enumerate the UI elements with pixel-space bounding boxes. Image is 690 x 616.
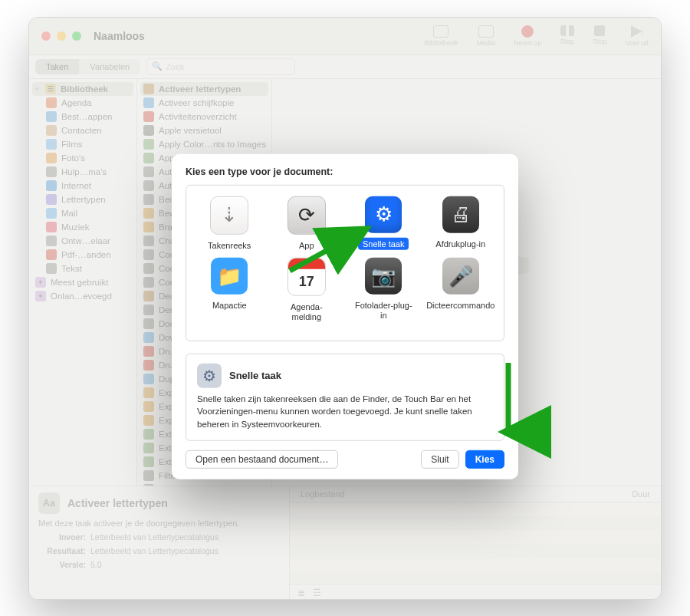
view-segmented-control: Taken Variabelen bbox=[35, 59, 140, 74]
sheet-heading: Kies een type voor je document: bbox=[186, 166, 504, 176]
sidebar-item-label: Hulp…ma's bbox=[61, 167, 107, 176]
info-description: Met deze taak activeer je de doorgegeven… bbox=[38, 519, 280, 528]
action-row[interactable]: Activeer lettertypen bbox=[140, 82, 268, 96]
sidebar-item[interactable]: Pdf-…anden bbox=[29, 248, 136, 262]
sidebar-item-label: Best…appen bbox=[61, 112, 113, 121]
log-col-log: Logbestand bbox=[301, 489, 345, 499]
window-title: Naamloos bbox=[94, 30, 145, 42]
sidebar-smart-group[interactable]: ✦Meest gebruikt bbox=[29, 275, 136, 289]
sidebar-item-label: Mail bbox=[61, 209, 77, 218]
calendar-icon: 17 bbox=[288, 258, 326, 296]
toolbar-library[interactable]: Bibliotheek bbox=[424, 25, 458, 47]
sidebar-item[interactable]: Lettertypen bbox=[29, 193, 136, 206]
sidebar-item-label: Agenda bbox=[61, 98, 92, 107]
template-detail-body: Snelle taken zijn takenreeksen die aan d… bbox=[197, 392, 493, 430]
workflow-icon: ⇣ bbox=[210, 196, 248, 234]
log-col-duration: Duur bbox=[632, 489, 650, 499]
action-row[interactable]: Activeer schijfkopie bbox=[137, 96, 271, 110]
choose-button[interactable]: Kies bbox=[465, 450, 504, 468]
microphone-icon: 🎤 bbox=[442, 258, 479, 295]
action-row[interactable]: Activiteitenoverzicht bbox=[137, 110, 271, 124]
list-view-icon[interactable]: ≣ bbox=[297, 588, 305, 598]
sidebar-item[interactable]: Ontw…elaar bbox=[29, 234, 136, 248]
document-type-sheet: Kies een type voor je document: ⇣ Takenr… bbox=[172, 153, 518, 479]
title-bar: Naamloos Bibliotheek Media Neem op Stap … bbox=[29, 18, 661, 55]
window-controls bbox=[41, 31, 81, 41]
sidebar-item-label: Muziek bbox=[61, 222, 89, 232]
sidebar-item-label: Films bbox=[61, 140, 82, 149]
app-icon: ⟳ bbox=[288, 196, 326, 234]
sub-toolbar: Taken Variabelen 🔍 Zoek bbox=[29, 55, 661, 79]
close-button[interactable]: Sluit bbox=[421, 450, 458, 468]
sidebar-item[interactable]: Agenda bbox=[29, 96, 136, 110]
sidebar-smart-group[interactable]: ✦Onlan…evoegd bbox=[29, 289, 136, 303]
toolbar-media[interactable]: Media bbox=[476, 25, 495, 47]
zoom-window-icon[interactable] bbox=[72, 31, 81, 41]
action-label: Apple versietool bbox=[159, 126, 222, 135]
action-label: Filter alinea's bbox=[159, 485, 210, 486]
action-label: Activeer lettertypen bbox=[159, 84, 241, 94]
sidebar-group-library[interactable]: ▾☰Bibliotheek bbox=[32, 82, 133, 96]
sidebar-item[interactable]: Mail bbox=[29, 206, 136, 220]
sidebar-item[interactable]: Internet bbox=[29, 179, 136, 193]
sidebar-item[interactable]: Foto's bbox=[29, 151, 136, 165]
search-icon: 🔍 bbox=[152, 61, 163, 71]
template-grid: ⇣ Takenreeks ⟳ App ⚙︎ Snelle taak 🖨 Afdr… bbox=[186, 184, 504, 341]
action-label: Apply Color…nts to Images bbox=[159, 140, 266, 149]
action-info-panel: Aa Activeer lettertypen Met deze taak ac… bbox=[29, 486, 290, 600]
log-body bbox=[290, 502, 661, 584]
gear-icon: ⚙︎ bbox=[365, 196, 402, 232]
camera-icon: 📷 bbox=[365, 258, 402, 295]
automator-window: { "window": { "title": "Naamloos" }, "to… bbox=[28, 17, 662, 600]
toolbar-stop[interactable]: Stop bbox=[593, 25, 607, 47]
toolbar-record[interactable]: Neem op bbox=[514, 25, 542, 47]
sidebar-item-label: Ontw…elaar bbox=[61, 236, 110, 245]
action-row[interactable]: Apply Color…nts to Images bbox=[137, 137, 271, 151]
tab-variables[interactable]: Variabelen bbox=[79, 59, 140, 74]
action-label: Activeer schijfkopie bbox=[159, 98, 234, 107]
info-field: Versie:5.0 bbox=[38, 560, 280, 569]
toolbar-actions: Bibliotheek Media Neem op Stap Stop Voer… bbox=[424, 25, 649, 47]
sidebar-item[interactable]: Best…appen bbox=[29, 110, 136, 124]
open-existing-button[interactable]: Open een bestaand document… bbox=[186, 450, 338, 468]
template-quick-action[interactable]: ⚙︎ Snelle taak bbox=[348, 196, 419, 252]
minimize-window-icon[interactable] bbox=[57, 31, 66, 41]
template-app[interactable]: ⟳ App bbox=[271, 196, 342, 252]
sidebar-item-label: Lettertypen bbox=[61, 195, 106, 204]
sidebar-item[interactable]: Films bbox=[29, 137, 136, 151]
sidebar-item[interactable]: Contacten bbox=[29, 124, 136, 137]
gear-icon: ⚙︎ bbox=[197, 363, 222, 387]
font-icon: Aa bbox=[38, 492, 60, 514]
flow-view-icon[interactable]: ☲ bbox=[313, 588, 321, 598]
sidebar-item-label: Tekst bbox=[61, 264, 82, 273]
sidebar-item[interactable]: Hulp…ma's bbox=[29, 165, 136, 179]
action-row[interactable]: Apple versietool bbox=[137, 124, 271, 137]
library-sidebar: ▾☰BibliotheekAgendaBest…appenContactenFi… bbox=[29, 79, 137, 486]
tab-tasks[interactable]: Taken bbox=[35, 59, 79, 74]
info-field: Invoer:Letterbeeld van Lettertypecatalog… bbox=[38, 532, 280, 542]
template-workflow[interactable]: ⇣ Takenreeks bbox=[194, 196, 264, 252]
sidebar-item-label: Foto's bbox=[61, 153, 85, 163]
template-calendar-alarm[interactable]: 17 Agenda-melding bbox=[271, 258, 342, 323]
toolbar-run[interactable]: Voer uit bbox=[625, 25, 649, 47]
template-detail-title: Snelle taak bbox=[229, 370, 281, 381]
log-header: Logbestand Duur bbox=[290, 486, 661, 502]
sidebar-item-label: Contacten bbox=[61, 126, 101, 135]
info-title: Activeer lettertypen bbox=[67, 497, 168, 509]
action-label: Activiteitenoverzicht bbox=[159, 112, 237, 121]
action-row[interactable]: Filter alinea's bbox=[137, 483, 271, 486]
template-description: ⚙︎ Snelle taak Snelle taken zijn takenre… bbox=[186, 353, 504, 440]
template-dictation[interactable]: 🎤 Dicteercommando bbox=[426, 258, 496, 323]
sidebar-item-label: Pdf-…anden bbox=[61, 250, 111, 259]
template-image-capture[interactable]: 📷 Fotolader-plug-in bbox=[348, 258, 419, 323]
template-folder-action[interactable]: 📁 Mapactie bbox=[194, 258, 264, 323]
info-field: Resultaat:Letterbeeld van Lettertypecata… bbox=[38, 546, 280, 555]
sidebar-item[interactable]: Muziek bbox=[29, 220, 136, 234]
search-input[interactable]: 🔍 Zoek bbox=[146, 58, 295, 75]
printer-icon: 🖨 bbox=[442, 196, 479, 232]
folder-icon: 📁 bbox=[211, 258, 248, 295]
toolbar-step[interactable]: Stap bbox=[560, 25, 574, 47]
close-window-icon[interactable] bbox=[41, 31, 51, 41]
template-print-plugin[interactable]: 🖨 Afdrukplug-in bbox=[426, 196, 496, 252]
sidebar-item[interactable]: Tekst bbox=[29, 262, 136, 275]
